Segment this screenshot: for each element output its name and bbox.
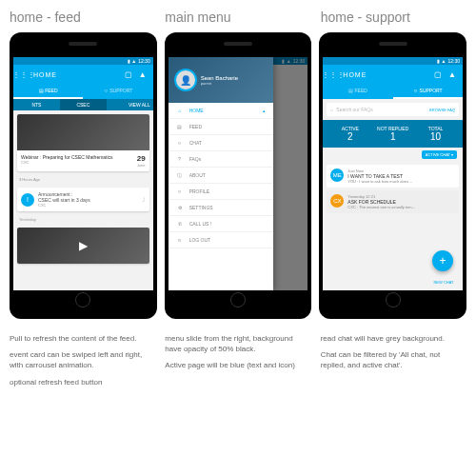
screen-title-menu: main menu [165, 10, 310, 25]
menu-chat[interactable]: ☺CHAT [169, 135, 273, 151]
desc-feed: Pull to refresh the content of the feed.… [10, 333, 155, 393]
tab-feed[interactable]: ▤ FEED [13, 84, 83, 99]
logout-icon: ⎋ [176, 237, 184, 243]
chat-filter[interactable]: ACTIVE CHAT ▾ [422, 150, 457, 159]
profile-icon: ☺ [176, 188, 184, 194]
menu-home[interactable]: ⌂HOME▴ [169, 103, 273, 119]
time-yesterday: Yesterday [13, 215, 153, 224]
faq-icon: ? [176, 156, 184, 162]
menu-faqs[interactable]: ?FAQs [169, 151, 273, 168]
user-name: Sean Bacharie [201, 75, 238, 81]
drawer-overlay[interactable] [273, 57, 308, 290]
chat-icon[interactable]: ▢ [124, 69, 133, 79]
desc-support: read chat will have grey background.Chat… [321, 333, 466, 393]
desc-menu: menu slide from the right, background ha… [165, 333, 310, 393]
announcement-card[interactable]: ! Announcement : CSEC will start in 3 da… [17, 188, 149, 211]
chat-badge: CX [330, 194, 344, 208]
menu-profile[interactable]: ☺PROFILE [169, 184, 273, 200]
page-title: HOME [343, 71, 428, 78]
drawer-header: 👤 Sean Bacharie parent [169, 57, 273, 103]
webinar-date-day: 29 [137, 154, 146, 163]
announcement-icon: ! [21, 193, 34, 207]
screen-title-support: home - support [321, 10, 466, 25]
screen-title-feed: home - feed [10, 10, 155, 25]
home-icon: ⌂ [176, 108, 184, 113]
phone-menu: ▮ ▲12:30 👤 Sean Bacharie parent ⌂HOME▴ ▤… [165, 32, 312, 319]
about-icon: ⓘ [176, 172, 184, 178]
chat-icon[interactable]: ▢ [433, 69, 443, 79]
menu-icon[interactable]: ⋮⋮⋮ [328, 69, 338, 79]
notification-icon[interactable]: ▲ [138, 69, 148, 79]
feed-subtabs: NTS CSEC VIEW ALL [13, 99, 153, 110]
feed-icon: ▤ [176, 124, 184, 129]
menu-icon[interactable]: ⋮⋮⋮ [19, 69, 29, 79]
nav-drawer: 👤 Sean Bacharie parent ⌂HOME▴ ▤FEED ☺CHA… [169, 57, 273, 290]
notification-icon[interactable]: ▲ [447, 69, 457, 79]
faq-search[interactable]: ⌕ Search our FAQs BROWSE FAQ [327, 103, 459, 116]
webinar-card[interactable]: Webinar : Preparing for CSEC Mathematics… [17, 114, 149, 171]
menu-logout[interactable]: ⎋LOG OUT [169, 232, 273, 248]
chat-item-0[interactable]: ME Just Now I WANT TO TAKE A TEST YOU : … [327, 165, 459, 188]
new-chat-fab[interactable]: + [432, 250, 453, 271]
video-image: ▶ [17, 228, 149, 264]
chat-icon: ☺ [176, 140, 184, 146]
status-bar: ▮ ▲12:30 [13, 57, 153, 65]
tab-support[interactable]: ☺ SUPPORT [393, 84, 463, 99]
settings-icon: ⚙ [176, 205, 184, 210]
stat-notreplied[interactable]: NOT REPLIED1 [371, 126, 414, 142]
avatar[interactable]: 👤 [174, 69, 197, 91]
view-all-link[interactable]: VIEW ALL [107, 99, 153, 110]
chat-badge: ME [330, 169, 344, 182]
search-icon: ⌕ [330, 107, 333, 112]
menu-settings[interactable]: ⚙SETTINGS [169, 200, 273, 216]
phone-icon: ✆ [176, 221, 184, 227]
home-tabs: ▤ FEED ☺ SUPPORT [13, 84, 153, 99]
webinar-org: CXC [21, 160, 137, 165]
menu-about[interactable]: ⓘABOUT [169, 168, 273, 184]
announcement-org: CXC [38, 203, 139, 208]
video-card[interactable]: ▶ [17, 228, 149, 264]
menu-call[interactable]: ✆CALL US ! [169, 216, 273, 232]
user-role: parent [201, 81, 238, 86]
phone-support: ▮ ▲12:30 ⋮⋮⋮ HOME ▢ ▲ ▤ FEED ☺ SUPPORT ⌕… [319, 32, 466, 319]
subtab-csec[interactable]: CSEC [60, 99, 107, 110]
menu-feed[interactable]: ▤FEED [169, 119, 273, 135]
share-icon[interactable]: ⤴ [143, 197, 146, 203]
chat-stats: ACTIVE2 NOT REPLIED1 TOTAL10 [323, 120, 463, 148]
tab-support[interactable]: ☺ SUPPORT [83, 84, 152, 99]
stat-total[interactable]: TOTAL10 [414, 126, 457, 142]
browse-faq-link[interactable]: BROWSE FAQ [429, 108, 455, 112]
webinar-image [17, 114, 149, 150]
stat-active[interactable]: ACTIVE2 [328, 126, 371, 142]
tab-feed[interactable]: ▤ FEED [323, 84, 392, 99]
webinar-date-month: June [137, 163, 146, 168]
time-3h: 3 Hours Ago [13, 175, 153, 184]
page-title: HOME [33, 71, 119, 78]
phone-feed: ▮ ▲12:30 ⋮⋮⋮ HOME ▢ ▲ ▤ FEED ☺ SUPPORT N… [10, 32, 157, 319]
subtab-nts[interactable]: NTS [13, 99, 60, 110]
app-header: ⋮⋮⋮ HOME ▢ ▲ [13, 65, 153, 84]
chat-item-1[interactable]: CX Yesterday 12:21 ASK FOR SCHEDULE CXC … [327, 190, 459, 213]
fab-label: NEW CHAT [425, 280, 463, 285]
